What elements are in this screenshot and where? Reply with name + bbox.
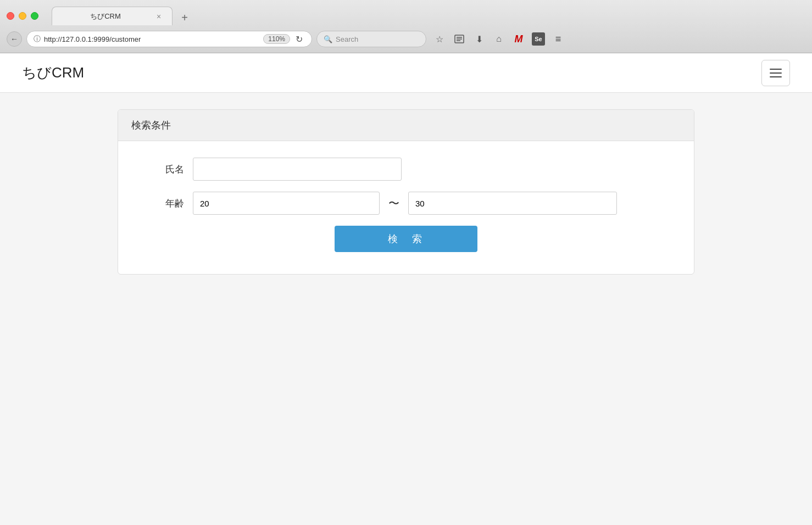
name-row: 氏名 [140,158,672,181]
active-tab[interactable]: ちびCRM × [52,7,173,25]
age-label: 年齢 [140,197,184,210]
search-placeholder-text: Search [336,35,358,43]
page-content: ちびCRM 検索条件 氏名 年齢 [0,53,812,525]
reload-button[interactable]: ↻ [293,33,305,46]
back-button[interactable]: ← [7,31,22,47]
name-label: 氏名 [140,163,184,176]
home-icon[interactable]: ⌂ [492,32,505,46]
info-icon: ⓘ [34,34,41,44]
search-panel: 検索条件 氏名 年齢 〜 [118,109,694,275]
address-text: http://127.0.0.1:9999/customer [44,35,260,43]
age-row: 年齢 〜 [140,192,672,215]
app-header: ちびCRM [0,53,812,93]
hamburger-line-3 [770,76,782,77]
title-bar: ちびCRM × + [0,0,812,26]
tab-bar: ちびCRM × + [52,7,805,25]
bookmark-icon[interactable]: ☆ [433,32,446,46]
hamburger-line-2 [770,72,782,74]
address-bar-row: ← ⓘ http://127.0.0.1:9999/customer 110% … [0,26,812,53]
se-extension-icon[interactable]: Se [532,32,545,46]
zoom-badge[interactable]: 110% [263,34,290,44]
tab-close-button[interactable]: × [154,12,163,21]
browser-chrome: ちびCRM × + ← ⓘ http://127.0.0.1:9999/cust… [0,0,812,53]
search-panel-title: 検索条件 [131,119,681,132]
search-submit-button[interactable]: 検 索 [335,226,477,252]
toolbar-icons: ☆ ⬇ ⌂ M Se ≡ [433,32,565,46]
reader-icon[interactable] [453,32,466,46]
name-input[interactable] [193,158,402,181]
tab-title: ちびCRM [61,12,150,21]
new-tab-button[interactable]: + [177,10,192,25]
age-to-input[interactable] [408,192,617,215]
ma-extension-icon[interactable]: M [512,32,525,46]
age-from-input[interactable] [193,192,380,215]
hamburger-menu-button[interactable] [761,60,790,86]
age-range-inputs: 〜 [193,192,617,215]
age-range-separator: 〜 [388,196,399,211]
traffic-lights [7,12,38,20]
search-panel-body: 氏名 年齢 〜 検 索 [118,141,694,274]
menu-icon[interactable]: ≡ [552,32,565,46]
app-title: ちびCRM [22,63,84,82]
search-panel-header: 検索条件 [118,110,694,141]
minimize-traffic-light[interactable] [19,12,26,20]
address-field[interactable]: ⓘ http://127.0.0.1:9999/customer 110% ↻ [26,31,312,47]
hamburger-line-1 [770,69,782,70]
close-traffic-light[interactable] [7,12,14,20]
main-content: 検索条件 氏名 年齢 〜 [0,93,812,291]
search-button-row: 検 索 [140,226,672,252]
browser-search-field[interactable]: 🔍 Search [316,31,426,47]
back-icon: ← [10,35,18,43]
search-icon: 🔍 [324,35,332,43]
download-icon[interactable]: ⬇ [472,32,486,46]
maximize-traffic-light[interactable] [31,12,38,20]
